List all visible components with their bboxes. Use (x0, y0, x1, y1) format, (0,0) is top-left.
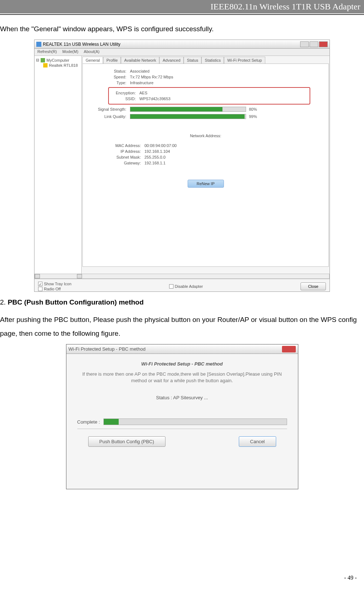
speed-label: Speed: (86, 75, 130, 79)
maximize-button[interactable] (310, 41, 318, 47)
tree-panel: ⊟ MyComputer Realtek RTL818 (34, 56, 82, 274)
pbc-titlebar: Wi-Fi Protected Setup - PBC method (66, 344, 298, 354)
tab-wps[interactable]: Wi-Fi Protect Setup (224, 57, 265, 64)
pbc-divider (77, 429, 287, 429)
pbc-info: If there is more then one AP on the PBC … (77, 371, 287, 384)
section2-text: 2. PBC (Push Button Configuration) metho… (0, 295, 364, 309)
utility-window: REALTEK 11n USB Wireless LAN Utility Ref… (34, 40, 330, 292)
close-app-button[interactable]: Close (300, 282, 326, 290)
page-header: IEEE802.11n Wireless 1T1R USB Adapter (0, 0, 364, 13)
disable-adapter-checkbox[interactable] (169, 284, 173, 289)
menubar: Refresh(R) Mode(M) About(A) (34, 49, 330, 56)
renew-ip-button[interactable]: ReNew IP (188, 180, 224, 188)
menu-mode[interactable]: Mode(M) (62, 49, 78, 55)
subnet-value: 255.255.0.0 (144, 155, 165, 159)
ssid-label: SSID: (110, 97, 139, 101)
network-heading: Network Address: (86, 134, 325, 138)
tab-profile[interactable]: Profile (103, 57, 121, 64)
minimize-button[interactable] (300, 41, 309, 47)
subnet-label: Subnet Mask: (86, 155, 144, 159)
tab-advanced[interactable]: Advanced (159, 57, 184, 64)
pbc-heading: Wi-Fi Protected Setup - PBC method (77, 361, 287, 367)
signal-bar (130, 107, 246, 112)
status-label: Status: (86, 69, 130, 73)
status-value: Associated (130, 69, 150, 73)
ssid-value: WPS7d42c39653 (139, 97, 171, 101)
gateway-label: Gateway: (86, 161, 144, 165)
header-title: IEEE802.11n Wireless 1T1R USB Adapter (210, 2, 360, 11)
radio-off-label: Radio Off (44, 287, 61, 291)
link-label: Link Quality: (86, 114, 130, 119)
pbc-complete-label: Complete : (77, 419, 100, 425)
tree-device[interactable]: Realtek RTL818 (36, 63, 80, 68)
mac-label: MAC Address: (86, 143, 144, 148)
type-value: Infrastructure (130, 81, 154, 85)
menu-about[interactable]: About(A) (84, 49, 99, 55)
section2-heading: PBC (Push Button Configuration) method (8, 298, 144, 306)
signal-label: Signal Strength: (86, 107, 130, 111)
mac-value: 00:08:94:00:07:00 (144, 143, 177, 148)
computer-icon (41, 58, 45, 62)
link-bar (130, 114, 246, 119)
gateway-value: 192.168.1.1 (144, 161, 165, 165)
close-button[interactable] (319, 41, 328, 47)
encryption-value: AES (139, 91, 147, 95)
tree-root[interactable]: ⊟ MyComputer (36, 57, 80, 63)
scroll-left-arrow[interactable] (35, 274, 40, 278)
pbc-progress (103, 419, 287, 425)
page-number: - 49 - (344, 575, 357, 581)
pbc-cancel-button[interactable]: Cancel (239, 436, 276, 447)
speed-value: Tx:72 Mbps Rx:72 Mbps (130, 75, 173, 79)
disable-adapter-label: Disable Adapter (175, 284, 203, 289)
show-tray-label: Show Tray Icon (44, 282, 71, 286)
tabs: General Profile Available Network Advanc… (82, 57, 329, 64)
pbc-dialog: Wi-Fi Protected Setup - PBC method Wi-Fi… (66, 344, 298, 489)
tab-available-network[interactable]: Available Network (121, 57, 159, 64)
utility-screenshot: REALTEK 11n USB Wireless LAN Utility Ref… (0, 40, 364, 292)
tab-status[interactable]: Status (184, 57, 201, 64)
pbc-close-button[interactable] (282, 346, 296, 352)
pbc-status: Status : AP Sitesurvey ... (77, 395, 287, 400)
horizontal-scrollbar[interactable] (34, 274, 330, 279)
app-icon (36, 42, 41, 47)
intro-text: When the "General" window appears, WPS i… (0, 22, 364, 36)
pbc-config-button[interactable]: Push Button Config (PBC) (88, 436, 165, 447)
encryption-highlight: Encryption: AES SSID: WPS7d42c39653 (108, 87, 310, 105)
tab-statistics[interactable]: Statistics (201, 57, 224, 64)
window-title: REALTEK 11n USB Wireless LAN Utility (43, 42, 120, 47)
menu-refresh[interactable]: Refresh(R) (37, 49, 57, 55)
scroll-right-arrow[interactable] (77, 274, 82, 278)
pbc-para: After pushing the PBC button, Please pus… (0, 313, 364, 340)
ip-label: IP Address: (86, 149, 144, 154)
ip-value: 192.168.1.104 (144, 149, 170, 154)
pbc-title-text: Wi-Fi Protected Setup - PBC method (69, 346, 146, 352)
signal-pct: 80% (249, 107, 257, 111)
show-tray-checkbox[interactable] (38, 282, 42, 286)
type-label: Type: (86, 81, 130, 85)
titlebar: REALTEK 11n USB Wireless LAN Utility (34, 40, 330, 49)
tab-general[interactable]: General (82, 57, 103, 64)
radio-off-checkbox[interactable] (38, 287, 42, 291)
device-icon (43, 63, 48, 68)
pbc-screenshot: Wi-Fi Protected Setup - PBC method Wi-Fi… (0, 344, 364, 489)
link-pct: 99% (249, 114, 257, 119)
encryption-label: Encryption: (110, 91, 139, 95)
general-tab-content: Status: Associated Speed: Tx:72 Mbps Rx:… (82, 64, 329, 267)
